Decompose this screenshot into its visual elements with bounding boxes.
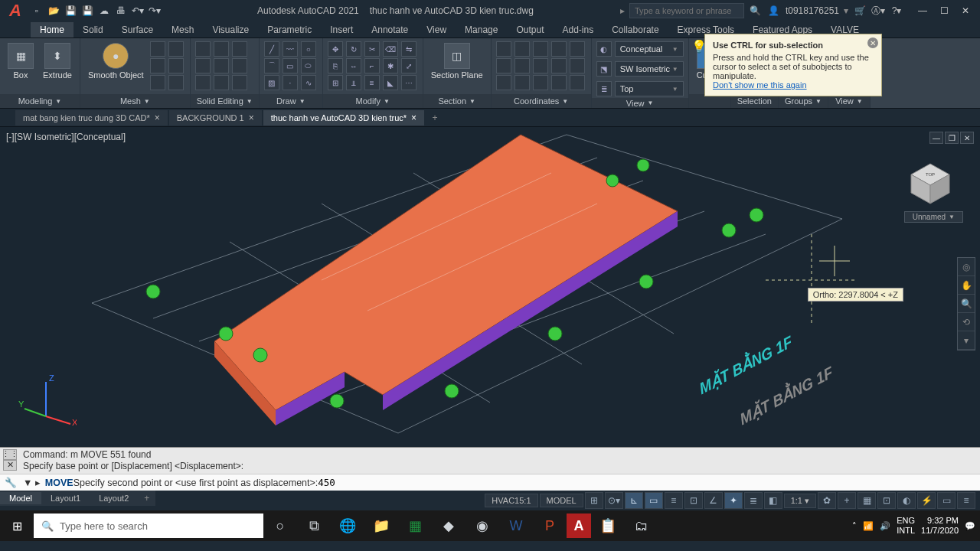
minimize-icon[interactable]: — <box>913 2 933 19</box>
tab-collaborate[interactable]: Collaborate <box>603 22 668 37</box>
snap-toggle-icon[interactable]: ⊙▾ <box>605 492 623 509</box>
nav-wheel-icon[interactable]: ◎ <box>958 258 975 276</box>
mesh-tool-icon[interactable] <box>168 75 184 90</box>
solid-edit-icon[interactable] <box>214 41 229 57</box>
extrude-button[interactable]: ⬍Extrude <box>40 41 75 81</box>
qat-open-icon[interactable]: 📂 <box>46 3 61 18</box>
point-icon[interactable]: · <box>283 75 298 90</box>
qat-redo-icon[interactable]: ↷▾ <box>147 3 162 18</box>
ucs-icon[interactable] <box>496 41 511 57</box>
ucs-icon[interactable] <box>570 75 585 90</box>
explode-icon[interactable]: ✱ <box>383 58 398 73</box>
tab-surface[interactable]: Surface <box>113 22 162 37</box>
section-plane-button[interactable]: ◫Section Plane <box>428 41 486 81</box>
solid-edit-icon[interactable] <box>195 58 211 73</box>
maximize-icon[interactable]: ☐ <box>934 2 954 19</box>
ppt-icon[interactable]: P <box>533 510 567 541</box>
arc-icon[interactable]: ⌒ <box>264 58 279 73</box>
autocad-logo[interactable]: A <box>5 0 26 21</box>
tab-insert[interactable]: Insert <box>321 22 362 37</box>
lineweight-icon[interactable]: ≣ <box>744 492 763 509</box>
autocad-icon[interactable]: A <box>567 514 591 538</box>
scale-field[interactable]: 1:1 ▾ <box>784 494 816 508</box>
ucs-icon[interactable] <box>570 58 585 73</box>
solid-edit-icon[interactable] <box>232 58 247 73</box>
visual-style-icon[interactable]: ◐ <box>596 41 612 57</box>
solid-edit-icon[interactable] <box>214 75 229 90</box>
mesh-tool-icon[interactable] <box>150 58 165 73</box>
tab-close-icon[interactable]: × <box>249 112 254 123</box>
chrome-icon[interactable]: ◉ <box>466 510 499 541</box>
scale-icon[interactable]: ⤢ <box>401 58 416 73</box>
app-icon[interactable]: 🗂 <box>625 510 658 541</box>
ucs-icon[interactable] <box>533 58 548 73</box>
circle-icon[interactable]: ○ <box>301 41 316 57</box>
offset-icon[interactable]: ⫫ <box>346 75 361 90</box>
nav-pan-icon[interactable]: ✋ <box>958 276 975 295</box>
excel-icon[interactable]: ▦ <box>398 510 432 541</box>
user-icon[interactable]: 👤 <box>767 4 781 18</box>
model-space-button[interactable]: MODEL <box>540 494 583 507</box>
qat-cloud-icon[interactable]: ☁ <box>96 3 112 18</box>
taskview-icon[interactable]: ⧉ <box>297 510 331 541</box>
spline-icon[interactable]: ∿ <box>301 75 316 90</box>
word-icon[interactable]: W <box>499 510 533 541</box>
solid-edit-icon[interactable] <box>195 75 211 90</box>
help-search-input[interactable] <box>629 3 744 18</box>
view-layer-dropdown[interactable]: Top▼ <box>615 81 684 96</box>
view-dir-dropdown[interactable]: SW Isometric▼ <box>615 61 684 77</box>
fillet-icon[interactable]: ⌐ <box>364 58 380 73</box>
ucs-icon[interactable] <box>551 41 567 57</box>
move-icon[interactable]: ✥ <box>328 41 343 57</box>
box-button[interactable]: ▦Box <box>5 41 37 81</box>
osnap-toggle-icon[interactable]: ≡ <box>665 492 683 509</box>
user-name[interactable]: t0918176251 <box>786 5 839 16</box>
qat-new-icon[interactable]: ▫ <box>29 3 44 18</box>
viewport[interactable]: [-][SW Isometric][Conceptual] — ❐ ✕ <box>0 127 980 447</box>
ucs-icon[interactable] <box>514 75 530 90</box>
nav-orbit-icon[interactable]: ⟲ <box>958 313 975 331</box>
cart-icon[interactable]: 🛒 <box>853 4 867 18</box>
tab-addins[interactable]: Add-ins <box>554 22 603 37</box>
start-button[interactable]: ⊞ <box>0 510 34 541</box>
gear-icon[interactable]: ✿ <box>818 492 836 509</box>
nav-zoom-icon[interactable]: 🔍 <box>958 295 975 313</box>
mesh-tool-icon[interactable] <box>150 41 165 57</box>
solid-edit-icon[interactable] <box>214 58 229 73</box>
nav-showmo-icon[interactable]: ▾ <box>958 331 975 350</box>
app-icon[interactable]: 📋 <box>591 510 625 541</box>
file-tab[interactable]: BACKGROUND 1× <box>169 110 262 126</box>
tab-mesh[interactable]: Mesh <box>162 22 203 37</box>
polar-toggle-icon[interactable]: ▭ <box>645 492 663 509</box>
trim-icon[interactable]: ✂ <box>364 41 380 57</box>
mesh-tool-icon[interactable] <box>168 58 184 73</box>
visual-style-dropdown[interactable]: Conceptual▼ <box>615 41 684 57</box>
ucs-icon[interactable] <box>514 58 530 73</box>
view-layer-icon[interactable]: ≣ <box>596 81 612 96</box>
anno-scale-field[interactable]: HVAC15:1 <box>485 494 537 507</box>
otrack-toggle-icon[interactable]: ∠ <box>704 492 723 509</box>
polyline-icon[interactable]: 〰 <box>283 41 298 57</box>
line-icon[interactable]: ╱ <box>264 41 279 57</box>
hint-link[interactable]: Don't show me this again <box>713 80 807 90</box>
cmd-config-icon[interactable]: 🔧 <box>5 477 17 488</box>
clean-screen-icon[interactable]: ▭ <box>937 492 956 509</box>
tray-chevron-icon[interactable]: ˄ <box>852 521 857 531</box>
chamfer-icon[interactable]: ◣ <box>383 75 398 90</box>
copy-icon[interactable]: ⎘ <box>328 58 343 73</box>
taskbar-search[interactable]: 🔍 Type here to search <box>34 514 263 538</box>
tab-output[interactable]: Output <box>507 22 553 37</box>
qat-undo-icon[interactable]: ↶▾ <box>130 3 145 18</box>
ucs-icon[interactable] <box>496 58 511 73</box>
rect-icon[interactable]: ▭ <box>283 58 298 73</box>
grid-toggle-icon[interactable]: ⊞ <box>585 492 603 509</box>
ortho-toggle-icon[interactable]: ⊾ <box>625 492 643 509</box>
array-icon[interactable]: ⊞ <box>328 75 343 90</box>
tab-home[interactable]: Home <box>31 22 74 37</box>
mesh-tool-icon[interactable] <box>150 75 165 90</box>
tab-annotate[interactable]: Annotate <box>362 22 417 37</box>
isolate-icon[interactable]: ◐ <box>897 492 916 509</box>
tab-manage[interactable]: Manage <box>456 22 507 37</box>
tab-visualize[interactable]: Visualize <box>203 22 258 37</box>
close-icon[interactable]: ✕ <box>956 2 975 19</box>
